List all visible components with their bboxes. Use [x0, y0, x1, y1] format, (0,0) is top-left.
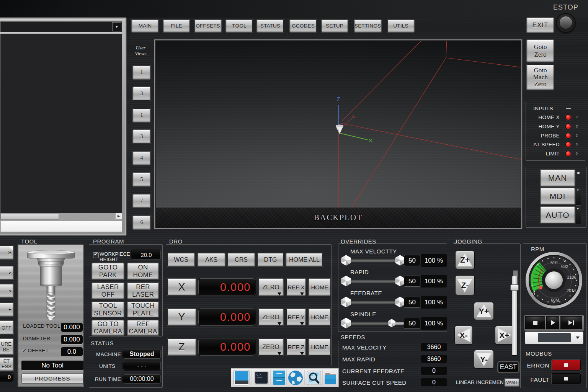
- svg-text:510: 510: [550, 260, 557, 265]
- svg-text:2014: 2014: [567, 288, 576, 293]
- svg-text:632: 632: [561, 264, 568, 269]
- svg-text:3186: 3186: [567, 275, 576, 279]
- svg-text:C:\: C:\: [256, 373, 261, 376]
- svg-text:60M: 60M: [551, 298, 559, 302]
- svg-text:Z: Z: [337, 96, 340, 102]
